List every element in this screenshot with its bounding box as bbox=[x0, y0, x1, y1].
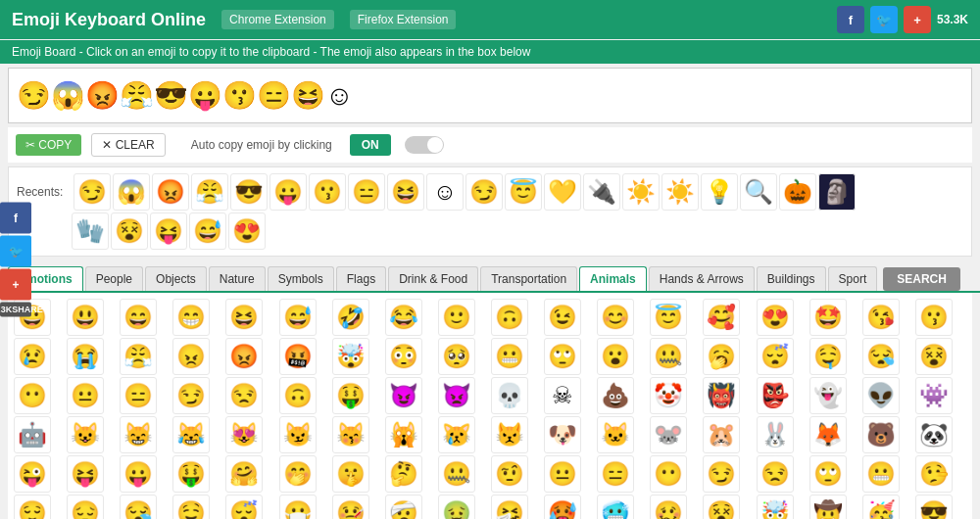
emoji-cell[interactable]: 🐭 bbox=[650, 416, 687, 453]
emoji-cell[interactable]: 😭 bbox=[67, 338, 104, 375]
emoji-cell[interactable]: 😵 bbox=[703, 495, 740, 519]
emoji-cell[interactable]: 👺 bbox=[757, 377, 794, 414]
tab-sport[interactable]: Sport bbox=[828, 266, 878, 291]
emoji-cell[interactable]: 😻 bbox=[225, 416, 263, 453]
recent-emoji[interactable]: 😆 bbox=[387, 173, 424, 211]
recent-emoji[interactable]: 😝 bbox=[150, 212, 187, 250]
emoji-cell[interactable]: 😃 bbox=[67, 299, 104, 336]
clear-button[interactable]: ✕ CLEAR bbox=[91, 133, 165, 157]
tab-objects[interactable]: Objects bbox=[145, 266, 207, 291]
emoji-cell[interactable]: 😁 bbox=[172, 299, 210, 336]
emoji-cell[interactable]: 🤕 bbox=[385, 495, 422, 519]
emoji-cell[interactable]: 🤒 bbox=[332, 495, 369, 519]
emoji-cell[interactable]: 🤑 bbox=[172, 455, 210, 493]
emoji-cell[interactable]: 🦊 bbox=[809, 416, 847, 453]
emoji-cell[interactable]: 😏 bbox=[703, 455, 740, 493]
toggle-track[interactable] bbox=[405, 136, 444, 154]
emoji-cell[interactable]: 🙃 bbox=[491, 299, 528, 336]
emoji-cell[interactable]: 😏 bbox=[172, 377, 210, 414]
emoji-cell[interactable]: 😆 bbox=[225, 299, 263, 336]
emoji-cell[interactable]: 🤐 bbox=[438, 455, 475, 493]
tab-people[interactable]: People bbox=[85, 266, 143, 291]
recent-emoji[interactable]: 😏 bbox=[74, 173, 111, 211]
tab-drink-food[interactable]: Drink & Food bbox=[388, 266, 478, 291]
emoji-cell[interactable]: 🥵 bbox=[544, 495, 581, 519]
emoji-cell[interactable]: 😬 bbox=[491, 338, 528, 375]
emoji-cell[interactable]: 🤠 bbox=[809, 495, 847, 519]
emoji-cell[interactable]: 🤯 bbox=[757, 495, 794, 519]
recent-emoji[interactable]: ☀️ bbox=[622, 173, 660, 211]
emoji-cell[interactable]: 😳 bbox=[385, 338, 422, 375]
emoji-cell[interactable]: 🙂 bbox=[438, 299, 475, 336]
recent-emoji[interactable]: 💡 bbox=[701, 173, 738, 211]
emoji-cell[interactable]: 🤡 bbox=[650, 377, 687, 414]
twitter-btn[interactable]: 🐦 bbox=[870, 6, 898, 33]
recent-emoji[interactable]: 😏 bbox=[466, 173, 503, 211]
recent-emoji[interactable]: 😱 bbox=[113, 173, 150, 211]
tab-transportation[interactable]: Transportation bbox=[480, 266, 577, 291]
emoji-cell[interactable]: 😡 bbox=[225, 338, 263, 375]
emoji-cell[interactable]: 👹 bbox=[703, 377, 740, 414]
emoji-cell[interactable]: 🐻 bbox=[862, 416, 900, 453]
recent-emoji[interactable]: 😵 bbox=[111, 212, 148, 250]
emoji-cell[interactable]: 🤢 bbox=[438, 495, 475, 519]
emoji-cell[interactable]: 😗 bbox=[915, 299, 953, 336]
emoji-cell[interactable]: 😶 bbox=[14, 377, 51, 414]
emoji-cell[interactable]: ☠ bbox=[544, 377, 581, 414]
recent-emoji[interactable]: 😍 bbox=[228, 212, 266, 250]
emoji-cell[interactable]: 🤔 bbox=[385, 455, 422, 493]
emoji-cell[interactable]: 😪 bbox=[120, 495, 157, 519]
emoji-cell[interactable]: 🤯 bbox=[332, 338, 369, 375]
emoji-cell[interactable]: 🤨 bbox=[491, 455, 528, 493]
emoji-cell[interactable]: 🤩 bbox=[809, 299, 847, 336]
emoji-cell[interactable]: 😬 bbox=[862, 455, 900, 493]
emoji-cell[interactable]: 😺 bbox=[67, 416, 104, 453]
emoji-cell[interactable]: 🥺 bbox=[438, 338, 475, 375]
emoji-cell[interactable]: 😽 bbox=[332, 416, 369, 453]
recent-emoji[interactable]: 🔍 bbox=[740, 173, 777, 211]
emoji-cell[interactable]: 😅 bbox=[279, 299, 317, 336]
emoji-cell[interactable]: 😤 bbox=[120, 338, 157, 375]
emoji-cell[interactable]: 😝 bbox=[67, 455, 104, 493]
copy-button[interactable]: ✂ COPY bbox=[16, 134, 81, 156]
recent-emoji[interactable]: 🧤 bbox=[72, 212, 109, 250]
emoji-cell[interactable]: 🐼 bbox=[915, 416, 953, 453]
emoji-cell[interactable]: 🥴 bbox=[650, 495, 687, 519]
emoji-cell[interactable]: 😄 bbox=[120, 299, 157, 336]
emoji-cell[interactable]: 🙃 bbox=[279, 377, 317, 414]
emoji-cell[interactable]: 🥱 bbox=[703, 338, 740, 375]
recent-emoji[interactable]: 😎 bbox=[230, 173, 268, 211]
tab-buildings[interactable]: Buildings bbox=[757, 266, 826, 291]
emoji-cell[interactable]: 🤫 bbox=[332, 455, 369, 493]
emoji-cell[interactable]: 🙀 bbox=[385, 416, 422, 453]
emoji-cell[interactable]: 😍 bbox=[757, 299, 794, 336]
emoji-cell[interactable]: 🤤 bbox=[809, 338, 847, 375]
emoji-cell[interactable]: 🤥 bbox=[915, 455, 953, 493]
emoji-cell[interactable]: 💀 bbox=[491, 377, 528, 414]
emoji-cell[interactable]: 🙄 bbox=[809, 455, 847, 493]
recent-emoji[interactable]: 😤 bbox=[191, 173, 228, 211]
recent-emoji[interactable]: 🗿 bbox=[818, 173, 856, 211]
emoji-cell[interactable]: 😶 bbox=[650, 455, 687, 493]
emoji-cell[interactable]: 🤬 bbox=[279, 338, 317, 375]
emoji-cell[interactable]: 🐱 bbox=[597, 416, 634, 453]
sidebar-twitter-btn[interactable]: 🐦 bbox=[0, 236, 31, 267]
emoji-cell[interactable]: 😼 bbox=[279, 416, 317, 453]
emoji-cell[interactable]: 😔 bbox=[67, 495, 104, 519]
emoji-cell[interactable]: 😑 bbox=[120, 377, 157, 414]
chrome-ext-link[interactable]: Chrome Extension bbox=[221, 10, 334, 29]
tab-nature[interactable]: Nature bbox=[209, 266, 266, 291]
emoji-cell[interactable]: 😾 bbox=[491, 416, 528, 453]
recent-emoji[interactable]: 😛 bbox=[270, 173, 307, 211]
recent-emoji[interactable]: 😇 bbox=[505, 173, 542, 211]
search-tab-button[interactable]: SEARCH bbox=[883, 267, 960, 291]
emoji-cell[interactable]: 😊 bbox=[597, 299, 634, 336]
emoji-cell[interactable]: 😛 bbox=[120, 455, 157, 493]
emoji-cell[interactable]: 😇 bbox=[650, 299, 687, 336]
emoji-cell[interactable]: 😷 bbox=[279, 495, 317, 519]
emoji-cell[interactable]: 😒 bbox=[757, 455, 794, 493]
sidebar-facebook-btn[interactable]: f bbox=[0, 203, 31, 234]
emoji-cell[interactable]: 😢 bbox=[14, 338, 51, 375]
emoji-cell[interactable]: 😑 bbox=[597, 455, 634, 493]
emoji-cell[interactable]: 😂 bbox=[385, 299, 422, 336]
